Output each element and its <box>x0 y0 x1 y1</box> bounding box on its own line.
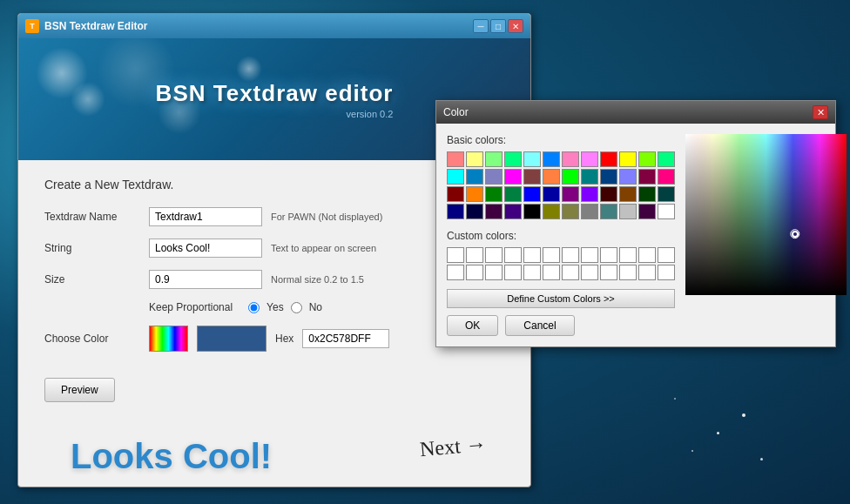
color-dialog: Color ✕ Basic colors: Custom colors: Def… <box>435 100 836 347</box>
basic-color-cell[interactable] <box>600 151 617 167</box>
custom-color-cell[interactable] <box>600 265 617 280</box>
basic-color-cell[interactable] <box>523 204 541 219</box>
custom-color-cell[interactable] <box>638 265 656 280</box>
color-swatch[interactable] <box>197 326 266 352</box>
string-input[interactable] <box>149 239 262 258</box>
app-icon: T <box>25 19 39 33</box>
textdraw-name-input[interactable] <box>149 207 262 226</box>
basic-color-cell[interactable] <box>523 169 541 185</box>
custom-color-cell[interactable] <box>658 247 675 263</box>
cancel-button[interactable]: Cancel <box>505 315 574 336</box>
basic-color-cell[interactable] <box>562 151 579 167</box>
basic-color-cell[interactable] <box>543 204 560 219</box>
basic-color-cell[interactable] <box>562 204 579 219</box>
minimize-button[interactable]: ─ <box>473 19 489 33</box>
titlebar-buttons: ─ □ ✕ <box>473 19 523 33</box>
custom-color-cell[interactable] <box>523 247 541 263</box>
basic-color-cell[interactable] <box>543 169 560 185</box>
basic-color-cell[interactable] <box>562 186 579 202</box>
proportional-radio-group: Yes No <box>248 301 322 313</box>
color-dialog-close-button[interactable]: ✕ <box>813 105 828 119</box>
custom-color-cell[interactable] <box>543 265 560 280</box>
basic-color-cell[interactable] <box>466 186 483 202</box>
custom-color-cell[interactable] <box>600 247 617 263</box>
basic-color-cell[interactable] <box>485 186 503 202</box>
hex-label: Hex <box>275 333 293 345</box>
custom-color-cell[interactable] <box>581 265 598 280</box>
custom-color-cell[interactable] <box>543 247 560 263</box>
basic-color-cell[interactable] <box>638 186 656 202</box>
basic-color-cell[interactable] <box>600 169 617 185</box>
basic-color-cell[interactable] <box>543 151 560 167</box>
maximize-button[interactable]: □ <box>490 19 506 33</box>
basic-color-cell[interactable] <box>562 169 579 185</box>
basic-color-cell[interactable] <box>581 204 598 219</box>
basic-color-cell[interactable] <box>658 204 675 219</box>
basic-color-cell[interactable] <box>504 169 522 185</box>
no-radio[interactable] <box>291 302 302 313</box>
basic-color-cell[interactable] <box>619 186 637 202</box>
basic-color-cell[interactable] <box>658 169 675 185</box>
basic-color-cell[interactable] <box>466 151 483 167</box>
size-input[interactable] <box>149 270 262 289</box>
basic-color-cell[interactable] <box>504 151 522 167</box>
custom-color-cell[interactable] <box>562 247 579 263</box>
custom-color-cell[interactable] <box>466 265 483 280</box>
basic-color-cell[interactable] <box>619 151 637 167</box>
basic-color-cell[interactable] <box>523 186 541 202</box>
custom-color-cell[interactable] <box>523 265 541 280</box>
basic-color-cell[interactable] <box>658 186 675 202</box>
basic-color-cell[interactable] <box>485 204 503 219</box>
custom-color-cell[interactable] <box>504 265 522 280</box>
basic-color-cell[interactable] <box>466 204 483 219</box>
basic-color-cell[interactable] <box>447 169 464 185</box>
basic-color-cell[interactable] <box>504 186 522 202</box>
header-version: version 0.2 <box>156 109 394 119</box>
basic-color-cell[interactable] <box>466 169 483 185</box>
custom-color-cell[interactable] <box>619 265 637 280</box>
basic-color-cell[interactable] <box>543 186 560 202</box>
custom-color-cell[interactable] <box>562 265 579 280</box>
proportional-label: Keep Proportional <box>149 301 233 313</box>
custom-color-cell[interactable] <box>581 247 598 263</box>
custom-color-cell[interactable] <box>485 265 503 280</box>
custom-color-cell[interactable] <box>485 247 503 263</box>
yes-radio[interactable] <box>248 302 260 313</box>
color-gradient-button[interactable] <box>149 326 188 352</box>
close-button[interactable]: ✕ <box>508 19 523 33</box>
basic-color-cell[interactable] <box>638 151 656 167</box>
custom-color-cell[interactable] <box>504 247 522 263</box>
basic-color-cell[interactable] <box>523 151 541 167</box>
basic-color-cell[interactable] <box>447 204 464 219</box>
basic-color-cell[interactable] <box>581 151 598 167</box>
custom-color-cell[interactable] <box>466 247 483 263</box>
basic-color-cell[interactable] <box>600 186 617 202</box>
custom-color-cell[interactable] <box>638 247 656 263</box>
basic-color-cell[interactable] <box>581 169 598 185</box>
color-dialog-titlebar: Color ✕ <box>436 101 835 124</box>
basic-color-cell[interactable] <box>485 151 503 167</box>
hex-input[interactable] <box>302 329 389 348</box>
custom-color-cell[interactable] <box>447 247 464 263</box>
custom-color-cell[interactable] <box>619 247 637 263</box>
basic-color-cell[interactable] <box>600 204 617 219</box>
basic-color-cell[interactable] <box>447 186 464 202</box>
basic-color-cell[interactable] <box>619 204 637 219</box>
custom-color-cell[interactable] <box>658 265 675 280</box>
color-controls: Hex <box>149 326 389 352</box>
basic-color-cell[interactable] <box>504 204 522 219</box>
spectrum-canvas[interactable] <box>685 134 847 295</box>
basic-color-cell[interactable] <box>619 169 637 185</box>
ok-button[interactable]: OK <box>447 315 498 336</box>
basic-color-cell[interactable] <box>638 169 656 185</box>
define-custom-colors-button[interactable]: Define Custom Colors >> <box>447 289 675 308</box>
preview-button[interactable]: Preview <box>44 378 115 402</box>
basic-color-cell[interactable] <box>447 151 464 167</box>
header-title: BSN Textdraw editor <box>156 80 394 107</box>
color-spectrum-container[interactable] <box>685 134 847 295</box>
basic-color-cell[interactable] <box>638 204 656 219</box>
basic-color-cell[interactable] <box>658 151 675 167</box>
basic-color-cell[interactable] <box>581 186 598 202</box>
custom-color-cell[interactable] <box>447 265 464 280</box>
basic-color-cell[interactable] <box>485 169 503 185</box>
